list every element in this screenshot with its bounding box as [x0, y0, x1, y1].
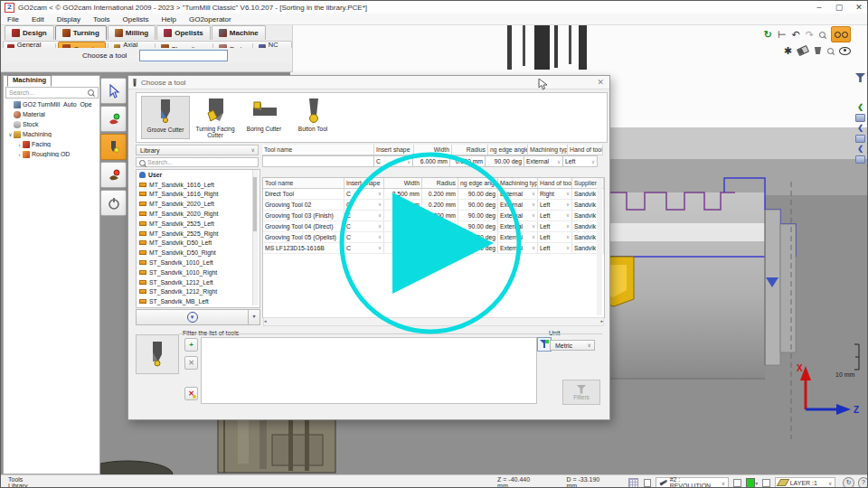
view-preset3-icon[interactable] — [855, 155, 865, 164]
column-header-width[interactable]: Width — [414, 145, 452, 155]
filter-machining-select[interactable]: External∨ — [524, 155, 563, 167]
panel-left-icon[interactable]: ❮ — [857, 125, 863, 132]
view-preset2-icon[interactable] — [855, 135, 865, 143]
column-header-tool-name[interactable]: Tool name — [263, 178, 344, 189]
measure-icon[interactable]: ⊢ — [778, 28, 787, 41]
grab-ok-button[interactable] — [100, 106, 127, 132]
filter-funnel-icon[interactable] — [855, 73, 865, 82]
table-row-grooving-tool-05-opelist[interactable]: Grooving Tool 05 (Opelist)C∨2.500 mm0.40… — [263, 232, 604, 243]
layer-select[interactable]: LAYER :1∨ — [775, 477, 836, 488]
refresh-icon[interactable]: ↻ — [764, 28, 772, 41]
library-import-button[interactable]: ▾ — [136, 309, 249, 325]
tree-item-machining[interactable]: ∨Machining — [4, 129, 98, 139]
redo-icon[interactable]: ↷ — [806, 28, 814, 41]
maximize-button[interactable]: ▢ — [829, 2, 849, 14]
filter-tool-name-input[interactable] — [262, 155, 374, 167]
tab-milling[interactable]: Milling — [108, 25, 156, 40]
menu-tools[interactable]: Tools — [87, 15, 117, 23]
view-select[interactable]: #2 : REVOLUTION∨ — [656, 477, 729, 488]
library-item-mt-sandvik-1616-left[interactable]: MT_Sandvik_1616_Left — [137, 180, 259, 190]
library-item-mt-sandvik-d50-right[interactable]: MT_Sandvik_D50_Right — [137, 248, 259, 258]
library-item-st-sandvik-mb-right[interactable]: ST_Sandvik_MB_Right — [137, 306, 259, 308]
tree-item-go2-turnmill-auto-ope[interactable]: GO2 TurnMill_Auto_Ope — [4, 99, 98, 109]
rotate-view-button[interactable]: ↻ — [843, 477, 854, 488]
library-item-st-sandvik-1212-left[interactable]: ST_Sandvik_1212_Left — [137, 277, 259, 287]
library-item-st-sandvik-1212-right[interactable]: ST_Sandvik_1212_Right — [137, 287, 259, 297]
dialog-title-bar[interactable]: Choose a tool ✕ — [128, 76, 609, 89]
filter-radius-input[interactable]: 0.800 mm — [449, 155, 486, 167]
column-header-radius[interactable]: Radius — [452, 145, 488, 155]
library-item-mt-sandvik-2525-left[interactable]: MT_Sandvik_2525_Left — [137, 219, 259, 229]
column-header-width[interactable]: Width — [384, 178, 422, 189]
library-item-st-sandvik-1010-left[interactable]: ST_Sandvik_1010_Left — [137, 258, 259, 267]
menu-help[interactable]: Help — [156, 15, 183, 23]
expander-icon[interactable]: › — [16, 152, 23, 157]
filters-button[interactable]: Filters — [562, 380, 600, 405]
column-header-insert-shape[interactable]: Insert shape — [374, 145, 414, 155]
filter-insert-shape-select[interactable]: C∨ — [373, 155, 413, 167]
color-swatch[interactable] — [746, 478, 755, 488]
panel-left2-icon[interactable]: ❮ — [857, 145, 863, 153]
delete-bucket-icon[interactable] — [814, 47, 822, 54]
dialog-close-icon[interactable]: ✕ — [597, 78, 604, 87]
library-item-mt-sandvik-d50-left[interactable]: MT_Sandvik_D50_Left — [137, 239, 259, 249]
table-row-ms-lf123d15-1616b[interactable]: MS LF123D15-1616BC∨2.500 mm0.200 mm90.00… — [263, 243, 604, 254]
library-item-st-sandvik-mb-left[interactable]: ST_Sandvik_MB_Left — [137, 296, 259, 306]
expander-icon[interactable]: › — [16, 142, 23, 147]
undo-icon[interactable]: ↶ — [792, 28, 800, 41]
view-checkbox[interactable] — [644, 479, 652, 487]
table-row-direct-tool[interactable]: Direct ToolC∨2.500 mm0.200 mm90.00 degEx… — [263, 189, 604, 200]
tool-mode-button[interactable] — [100, 134, 127, 160]
tree-item-stock[interactable]: Stock — [4, 119, 98, 129]
tool-type-boring-cutter[interactable]: Boring Cutter — [241, 96, 288, 139]
column-header-hand-of-tool[interactable]: Hand of tool — [568, 145, 603, 155]
tab-design[interactable]: Design — [5, 25, 54, 40]
filter-hand-select[interactable]: Left∨ — [562, 155, 598, 167]
eraser-icon[interactable] — [797, 45, 809, 56]
library-group-user[interactable]: User — [137, 170, 259, 180]
filter-angle-input[interactable]: 90.00 deg — [485, 155, 524, 167]
library-scrollbar-thumb[interactable] — [253, 177, 257, 231]
table-scrollbar-horizontal[interactable]: ◂▸ — [263, 317, 604, 326]
library-item-mt-sandvik-2020-right[interactable]: MT_Sandvik_2020_Right — [137, 209, 259, 219]
tree-item-material[interactable]: Material — [4, 109, 98, 119]
zoom-window-icon[interactable] — [827, 48, 834, 54]
view-preset-icon[interactable] — [855, 114, 865, 122]
filter-width-input[interactable]: 6.000 mm — [412, 155, 450, 167]
library-item-mt-sandvik-2525-right[interactable]: MT_Sandvik_2525_Right — [137, 229, 259, 239]
table-row-grooving-tool-04-direct[interactable]: Grooving Tool 04 (Direct)C∨2.500 mm0.200… — [263, 221, 604, 232]
select-tool-button[interactable] — [100, 78, 127, 104]
library-item-mt-sandvik-2020-left[interactable]: MT_Sandvik_2020_Left — [137, 199, 259, 209]
remove-filter-button[interactable]: ✕ — [184, 356, 198, 370]
part-model[interactable] — [590, 178, 796, 379]
panel-search-input[interactable]: Search... — [5, 87, 99, 99]
tab-turning[interactable]: Turning — [55, 25, 107, 40]
column-header-ng-edge-angle[interactable]: ng edge angle — [458, 178, 498, 189]
clear-filters-button[interactable]: ✕ — [184, 387, 198, 400]
layer-checkbox[interactable] — [762, 479, 770, 487]
go2operator-glasses-button[interactable] — [831, 26, 851, 42]
close-button[interactable]: ✕ — [849, 2, 868, 14]
machining-panel-tab[interactable]: Machining — [7, 75, 52, 87]
tree-item-facing[interactable]: ›Facing — [4, 139, 98, 149]
tool-type-turning-facing-cutter[interactable]: Turning Facing Cutter — [192, 96, 239, 139]
library-import-options-button[interactable]: ▾ — [248, 309, 260, 325]
color-checkbox[interactable] — [733, 479, 741, 487]
minimize-button[interactable]: – — [809, 2, 829, 14]
power-button[interactable] — [100, 190, 127, 216]
column-header-machining-typ[interactable]: Machining typ — [528, 145, 568, 155]
collapse-left-icon[interactable]: ❮ — [857, 104, 863, 111]
column-header-radius[interactable]: Radius — [422, 178, 458, 189]
column-header-ng-edge-angle[interactable]: ng edge angle — [488, 145, 528, 155]
menu-opelists[interactable]: Opelists — [117, 15, 156, 23]
menu-go2operator[interactable]: GO2operator — [183, 15, 238, 23]
swatch-dropdown-icon[interactable]: ▾ — [755, 480, 758, 486]
column-header-hand-of-tool[interactable]: Hand of tool — [538, 178, 572, 189]
menu-edit[interactable]: Edit — [25, 15, 51, 23]
view-3d-icon[interactable]: ✱ — [784, 44, 792, 57]
tree-item-roughing-od[interactable]: ›Roughing OD — [4, 149, 98, 159]
table-scrollbar-vertical[interactable] — [597, 178, 602, 315]
library-item-mt-sandvik-1616-right[interactable]: MT_Sandvik_1616_Right — [137, 190, 259, 200]
tab-opelists[interactable]: Opelists — [156, 25, 211, 40]
column-header-insert-shape[interactable]: Insert shape — [344, 178, 384, 189]
